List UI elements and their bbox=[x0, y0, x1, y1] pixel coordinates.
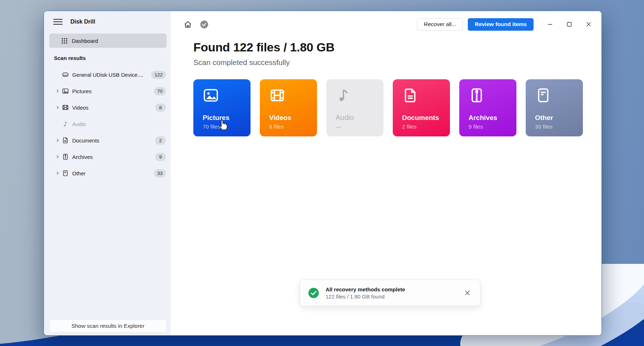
row-label: Archives bbox=[72, 154, 93, 160]
notification-toast: All recovery methods complete 122 files … bbox=[300, 280, 480, 306]
card-title: Audio bbox=[336, 114, 383, 122]
row-label: Audio bbox=[72, 121, 86, 127]
card-count: 8 files bbox=[269, 124, 317, 130]
toast-close-button[interactable] bbox=[463, 288, 472, 297]
maximize-icon bbox=[566, 21, 573, 28]
row-label: Videos bbox=[72, 105, 89, 111]
sidebar: Disk Drill Dashboard Scan results Gen bbox=[44, 11, 171, 335]
scan-results-section-title: Scan results bbox=[54, 55, 86, 61]
app-title: Disk Drill bbox=[70, 19, 95, 25]
home-icon bbox=[184, 20, 192, 29]
minimize-icon bbox=[546, 21, 554, 28]
sidebar-item-archives[interactable]: Archives 9 bbox=[44, 149, 171, 165]
chevron-right-icon[interactable] bbox=[55, 171, 60, 176]
close-icon bbox=[464, 290, 471, 296]
close-icon bbox=[585, 21, 592, 28]
sidebar-header: Disk Drill bbox=[44, 11, 171, 26]
sidebar-item-device[interactable]: General UDisk USB Device.... 122 bbox=[44, 66, 171, 83]
card-title: Documents bbox=[402, 114, 450, 122]
count-badge: 9 bbox=[155, 153, 166, 161]
card-title: Other bbox=[535, 114, 583, 122]
toast-subtitle: 122 files / 1.80 GB found bbox=[326, 294, 405, 300]
scan-results-list: General UDisk USB Device.... 122 Picture… bbox=[44, 66, 171, 181]
pictures-icon bbox=[62, 87, 69, 95]
documents-icon bbox=[402, 87, 418, 104]
chevron-right-icon[interactable] bbox=[55, 105, 60, 110]
sidebar-item-documents[interactable]: Documents 2 bbox=[44, 132, 171, 149]
card-other[interactable]: Other 33 files bbox=[526, 79, 583, 136]
count-badge: 2 bbox=[155, 136, 166, 145]
category-cards: Pictures 70 files Videos 8 fi bbox=[193, 79, 601, 136]
row-label: Documents bbox=[72, 137, 99, 144]
row-label: Pictures bbox=[72, 88, 91, 94]
audio-icon bbox=[62, 120, 69, 127]
card-title: Archives bbox=[469, 114, 516, 122]
hamburger-menu-icon[interactable] bbox=[53, 17, 63, 26]
disk-drill-window: Disk Drill Dashboard Scan results Gen bbox=[44, 11, 602, 336]
sidebar-item-dashboard[interactable]: Dashboard bbox=[49, 34, 167, 48]
success-check-icon bbox=[308, 287, 319, 299]
archives-icon bbox=[62, 153, 69, 160]
dashboard-content: Found 122 files / 1.80 GB Scan completed… bbox=[171, 40, 601, 136]
videos-icon bbox=[62, 104, 69, 111]
row-label: Other bbox=[72, 170, 86, 176]
chevron-right-icon[interactable] bbox=[55, 138, 60, 143]
chevron-right-icon[interactable] bbox=[55, 89, 60, 94]
pictures-icon bbox=[203, 87, 219, 104]
home-button[interactable] bbox=[184, 20, 192, 29]
dashboard-label: Dashboard bbox=[72, 38, 98, 44]
other-file-icon bbox=[62, 170, 69, 177]
audio-icon bbox=[336, 87, 352, 104]
count-badge: 70 bbox=[154, 87, 166, 95]
card-count: — bbox=[336, 124, 383, 130]
topbar: Recover all... Review found items bbox=[171, 11, 601, 35]
minimize-button[interactable] bbox=[545, 19, 555, 29]
page-title: Found 122 files / 1.80 GB bbox=[193, 40, 601, 54]
sidebar-item-audio: Audio bbox=[44, 116, 171, 132]
card-documents[interactable]: Documents 2 files bbox=[393, 79, 450, 136]
sidebar-item-pictures[interactable]: Pictures 70 bbox=[44, 83, 171, 99]
card-count: 33 files bbox=[535, 124, 583, 130]
card-archives[interactable]: Archives 9 files bbox=[459, 79, 516, 136]
session-complete-icon[interactable] bbox=[200, 20, 209, 29]
card-videos[interactable]: Videos 8 files bbox=[260, 79, 317, 136]
card-count: 2 files bbox=[402, 124, 450, 130]
maximize-button[interactable] bbox=[564, 19, 574, 29]
toast-text: All recovery methods complete 122 files … bbox=[326, 286, 405, 300]
close-button[interactable] bbox=[584, 19, 594, 29]
card-title: Videos bbox=[269, 114, 317, 122]
chevron-right-icon[interactable] bbox=[55, 154, 60, 159]
review-found-items-button[interactable]: Review found items bbox=[468, 18, 534, 31]
count-badge: 8 bbox=[155, 104, 166, 112]
recover-all-button[interactable]: Recover all... bbox=[417, 18, 463, 31]
card-pictures[interactable]: Pictures 70 files bbox=[193, 79, 251, 136]
device-count-badge: 122 bbox=[151, 71, 166, 79]
card-count: 70 files bbox=[203, 124, 251, 130]
grid-icon bbox=[61, 37, 68, 44]
card-count: 9 files bbox=[469, 124, 516, 130]
card-audio: Audio — bbox=[326, 79, 383, 136]
card-title: Pictures bbox=[203, 114, 251, 122]
archives-icon bbox=[469, 87, 485, 104]
sidebar-item-videos[interactable]: Videos 8 bbox=[44, 99, 171, 116]
count-badge: 33 bbox=[154, 169, 166, 177]
sidebar-item-other[interactable]: Other 33 bbox=[44, 165, 171, 181]
documents-icon bbox=[62, 137, 69, 144]
page-subtitle: Scan completed successfully bbox=[193, 58, 601, 67]
videos-icon bbox=[269, 87, 286, 104]
disk-icon bbox=[62, 71, 69, 78]
show-in-explorer-button[interactable]: Show scan results in Explorer bbox=[49, 320, 167, 332]
device-label: General UDisk USB Device.... bbox=[72, 72, 143, 78]
toast-title: All recovery methods complete bbox=[326, 286, 405, 292]
other-file-icon bbox=[535, 87, 551, 104]
window-controls bbox=[545, 19, 594, 29]
